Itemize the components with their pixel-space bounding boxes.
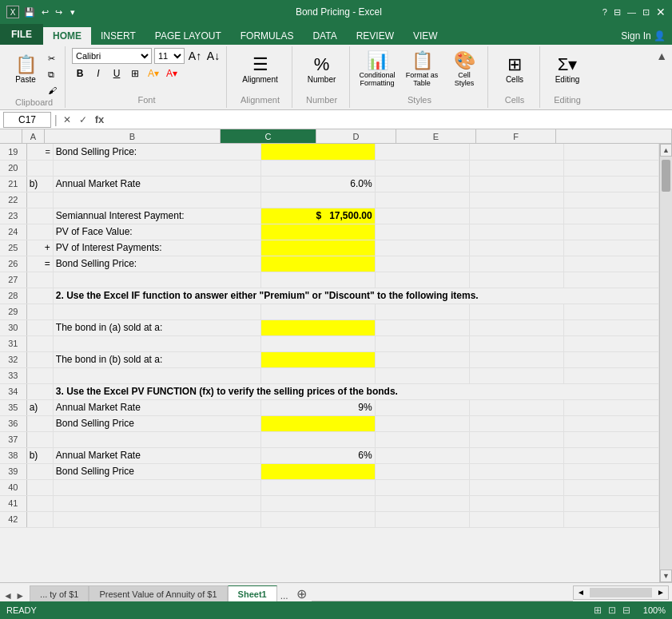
scroll-up-btn[interactable]: ▲ bbox=[660, 144, 672, 157]
cell-b23[interactable]: Semiannual Interest Payment: bbox=[53, 208, 261, 224]
scroll-thumb[interactable] bbox=[662, 160, 670, 192]
col-header-c[interactable]: C bbox=[221, 129, 316, 143]
cell-d42[interactable] bbox=[375, 511, 469, 527]
cell-c19[interactable] bbox=[261, 144, 375, 160]
cell-b29[interactable] bbox=[53, 304, 261, 319]
cell-f41[interactable] bbox=[564, 495, 659, 511]
row-header-29[interactable]: 29 bbox=[0, 304, 26, 319]
cell-e32[interactable] bbox=[470, 351, 564, 367]
cell-a36[interactable] bbox=[26, 415, 53, 431]
row-header-35[interactable]: 35 bbox=[0, 399, 26, 415]
cell-a33[interactable] bbox=[26, 367, 53, 383]
cell-f32[interactable] bbox=[564, 351, 659, 367]
horizontal-scrollbar[interactable]: ◄ ► bbox=[573, 585, 669, 600]
cell-b30[interactable]: The bond in (a) sold at a: bbox=[53, 319, 261, 335]
cell-b31[interactable] bbox=[53, 335, 261, 351]
increase-font-btn[interactable]: A↑ bbox=[187, 48, 203, 64]
cell-d41[interactable] bbox=[375, 495, 469, 511]
cell-d35[interactable] bbox=[375, 399, 469, 415]
cell-c23[interactable]: $ 17,500.00 bbox=[261, 208, 375, 224]
cell-f37[interactable] bbox=[564, 431, 659, 447]
cell-e31[interactable] bbox=[470, 335, 564, 351]
cell-d22[interactable] bbox=[375, 192, 469, 208]
row-header-30[interactable]: 30 bbox=[0, 319, 26, 335]
cell-e38[interactable] bbox=[470, 447, 564, 463]
format-painter-button[interactable]: 🖌 bbox=[45, 83, 60, 97]
cell-a27[interactable] bbox=[26, 272, 53, 288]
tab-insert[interactable]: INSERT bbox=[91, 27, 145, 45]
cell-a28[interactable] bbox=[26, 288, 53, 304]
cell-c35[interactable]: 9% bbox=[261, 399, 375, 415]
help-btn[interactable]: ? bbox=[602, 7, 607, 17]
page-break-btn[interactable]: ⊟ bbox=[622, 605, 630, 616]
cell-d21[interactable] bbox=[375, 176, 469, 192]
sheet-tab-ellipsis[interactable]: ... bbox=[277, 590, 292, 601]
cell-e25[interactable] bbox=[470, 240, 564, 256]
cell-f39[interactable] bbox=[564, 463, 659, 479]
cell-b37[interactable] bbox=[53, 431, 261, 447]
cell-f42[interactable] bbox=[564, 511, 659, 527]
cell-b40[interactable] bbox=[53, 479, 261, 495]
cell-a23[interactable] bbox=[26, 208, 53, 224]
row-header-40[interactable]: 40 bbox=[0, 479, 26, 495]
cell-a42[interactable] bbox=[26, 511, 53, 527]
cell-b24[interactable]: PV of Face Value: bbox=[53, 224, 261, 240]
cell-b20[interactable] bbox=[53, 160, 261, 176]
cell-e27[interactable] bbox=[470, 272, 564, 288]
cell-e36[interactable] bbox=[470, 415, 564, 431]
cell-c25[interactable] bbox=[261, 240, 375, 256]
cell-c33[interactable] bbox=[261, 367, 375, 383]
cells-button[interactable]: ⊞ Cells bbox=[495, 48, 535, 91]
row-header-28[interactable]: 28 bbox=[0, 288, 26, 304]
cell-b34[interactable]: 3. Use the Excel PV FUNCTION (fx) to ver… bbox=[53, 383, 658, 399]
borders-button[interactable]: ⊞ bbox=[127, 65, 143, 81]
cell-b19[interactable]: Bond Selling Price: bbox=[53, 144, 261, 160]
cell-c31[interactable] bbox=[261, 335, 375, 351]
editing-button[interactable]: Σ▾ Editing bbox=[547, 48, 588, 91]
tab-file[interactable]: FILE bbox=[0, 24, 43, 45]
cell-a21[interactable]: b) bbox=[26, 176, 53, 192]
tab-page-layout[interactable]: PAGE LAYOUT bbox=[145, 27, 231, 45]
cell-e33[interactable] bbox=[470, 367, 564, 383]
cell-f19[interactable] bbox=[564, 144, 659, 160]
row-header-37[interactable]: 37 bbox=[0, 431, 26, 447]
cell-f31[interactable] bbox=[564, 335, 659, 351]
cell-e30[interactable] bbox=[470, 319, 564, 335]
cell-f35[interactable] bbox=[564, 399, 659, 415]
cell-e39[interactable] bbox=[470, 463, 564, 479]
cell-c39[interactable] bbox=[261, 463, 375, 479]
row-header-25[interactable]: 25 bbox=[0, 240, 26, 256]
cell-a35[interactable]: a) bbox=[26, 399, 53, 415]
cell-b42[interactable] bbox=[53, 511, 261, 527]
cell-c20[interactable] bbox=[261, 160, 375, 176]
fill-color-button[interactable]: A▾ bbox=[145, 65, 161, 81]
cell-e21[interactable] bbox=[470, 176, 564, 192]
confirm-formula-icon[interactable]: ✓ bbox=[77, 114, 89, 125]
cell-b35[interactable]: Annual Market Rate bbox=[53, 399, 261, 415]
col-header-b[interactable]: B bbox=[45, 129, 221, 143]
sign-in-btn[interactable]: Sign In 👤 bbox=[614, 27, 672, 45]
cell-c42[interactable] bbox=[261, 511, 375, 527]
close-btn[interactable]: ✕ bbox=[656, 6, 666, 18]
row-header-27[interactable]: 27 bbox=[0, 272, 26, 288]
minimize-btn[interactable]: — bbox=[627, 7, 636, 17]
row-header-21[interactable]: 21 bbox=[0, 176, 26, 192]
hscroll-right-btn[interactable]: ► bbox=[654, 588, 668, 597]
cell-b28[interactable]: 2. Use the Excel IF function to answer e… bbox=[53, 288, 658, 304]
cell-b39[interactable]: Bond Selling Price bbox=[53, 463, 261, 479]
cell-b27[interactable] bbox=[53, 272, 261, 288]
cell-f33[interactable] bbox=[564, 367, 659, 383]
cell-d30[interactable] bbox=[375, 319, 469, 335]
underline-button[interactable]: U bbox=[109, 65, 125, 81]
cell-c26[interactable] bbox=[261, 256, 375, 272]
vertical-scrollbar[interactable]: ▲ ▼ bbox=[659, 144, 672, 582]
cell-a20[interactable] bbox=[26, 160, 53, 176]
cell-d24[interactable] bbox=[375, 224, 469, 240]
conditional-formatting-button[interactable]: 📊 Conditional Formatting bbox=[356, 48, 398, 91]
tab-formulas[interactable]: FORMULAS bbox=[231, 27, 304, 45]
col-header-f[interactable]: F bbox=[476, 129, 556, 143]
row-header-26[interactable]: 26 bbox=[0, 256, 26, 272]
cell-e40[interactable] bbox=[470, 479, 564, 495]
cell-e29[interactable] bbox=[470, 304, 564, 319]
col-header-d[interactable]: D bbox=[316, 129, 396, 143]
